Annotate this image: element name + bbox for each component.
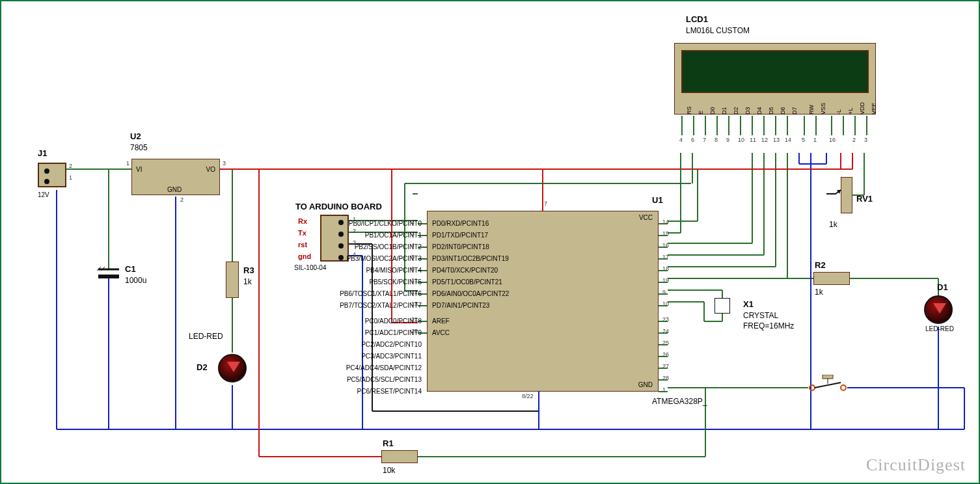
u1-left-pin-label: PD6/AIN0/OC0A/PCINT22 [432, 290, 509, 297]
led-d1 [924, 295, 953, 324]
u2-vi-label: VI [136, 166, 142, 173]
u1-left-pin-label: AREF [432, 317, 450, 325]
lcd-pin-label: D6 [780, 107, 786, 114]
lcd-pin-num: 4 [679, 137, 683, 143]
u1-left-pin-label: PD3/INT1/OC2B/PCINT19 [432, 255, 509, 262]
r2-val: 1k [815, 288, 823, 297]
resistor-r1 [381, 450, 418, 463]
lcd-pin-num: 5 [802, 137, 805, 143]
j1-pin2-num: 2 [69, 163, 72, 169]
u1-left-pin-label: PD2/INT0/PCINT18 [432, 243, 489, 250]
u1-right-pin-label: PC3/ADC3/PCINT11 [200, 353, 422, 360]
lcd-pin-label: VEE [871, 103, 877, 114]
u1-right-pin-label: PC5/ADC5/SCL/PCINT13 [200, 376, 422, 383]
u2-pin3-num: 3 [223, 160, 226, 167]
lcd-pin-label: D5 [768, 107, 774, 114]
j1-val: 12V [38, 191, 49, 198]
svg-point-102 [810, 385, 815, 390]
lcd-pin-num: 8 [715, 137, 718, 143]
u1-right-pin-label: PB0/ICP1/CLKO/PCINT0 [200, 220, 422, 227]
lcd-pin-label: E [698, 111, 704, 114]
u1-left-pin-label: PD5/T1/OC0B/PCINT21 [432, 278, 502, 286]
connector-j1 [38, 163, 66, 187]
crystal-x1 [715, 298, 730, 314]
j1-pin1-num: 1 [69, 174, 72, 181]
u1-vcc: VCC [639, 214, 653, 221]
u2-pin1-num: 1 [126, 160, 129, 167]
u1-right-pin-label: PC6/RESET/PCINT14 [200, 388, 422, 395]
u1-gnd: GND [638, 381, 653, 388]
lcd-pin-label: D4 [756, 107, 763, 114]
u1-right-pin-label: PB3/MOSI/OC2A/PCINT3 [200, 255, 422, 262]
lcd-pin-label: D3 [744, 107, 751, 114]
u1-left-pin-label: AVCC [432, 329, 450, 336]
u1-left-pin-label: PD7/AIN1/PCINT23 [432, 302, 489, 309]
lcd-module [674, 43, 876, 114]
u1-left-pin-label: PD0/RXD/PCINT16 [432, 220, 489, 227]
lcd-pin-label: RS [686, 106, 692, 114]
x1-ref: X1 [743, 299, 754, 309]
lcd-pin-label: VSS [820, 103, 826, 114]
c1-val: 1000u [125, 276, 146, 285]
u1-822: 8/22 [522, 393, 534, 399]
lcd-pin-num: 16 [829, 137, 836, 143]
u1-right-pin-label: PB5/SCK/PCINT5 [200, 278, 422, 286]
x1-freq: FREQ=16MHz [743, 321, 794, 330]
lcd-pin-label: D1 [721, 107, 728, 114]
lcd-pin-num: 2 [852, 137, 856, 143]
schematic-canvas: 2 1 J1 12V VI VO GND 1 3 2 U2 7805 C1 10… [0, 0, 980, 484]
u1-right-pin-label: PB7/TOSC2/XTAL2/PCINT7 [200, 302, 422, 309]
c1-ref: C1 [125, 264, 136, 274]
lcd-val: LM016L CUSTOM [686, 26, 750, 35]
u1-right-pin-label: PB2/SS/OC1B/PCINT2 [200, 243, 422, 250]
lcd-pin-num: 9 [726, 137, 729, 143]
u1-val: ATMEGA328P_ [652, 397, 707, 406]
rv1-ref: RV1 [856, 194, 873, 204]
lcd-pin-label: D0 [709, 107, 716, 114]
resistor-r2 [813, 272, 850, 285]
regulator-u2: VI VO GND [131, 159, 220, 195]
lcd-pin-label: +L [847, 108, 854, 114]
lcd-pin-num: 13 [773, 137, 780, 143]
lcd-pin-num: 11 [750, 137, 756, 143]
lcd-screen [681, 50, 869, 93]
arduino-header-title: TO ARDUINO BOARD [295, 202, 382, 211]
reset-button[interactable] [808, 375, 847, 394]
capacitor-c1 [96, 262, 122, 288]
pot-wiper [826, 187, 843, 200]
r1-ref: R1 [383, 438, 394, 448]
u1-right-pin-label: PB1/OC1A/PCINT1 [200, 232, 422, 239]
u1-right-pin-label: PC4/ADC4/SDA/PCINT12 [200, 364, 422, 371]
lcd-pin-num: 1 [813, 137, 817, 143]
r1-val: 10k [383, 466, 395, 475]
u2-ref: U2 [130, 131, 141, 141]
x1-val: CRYSTAL [743, 311, 778, 320]
watermark: CircuitDigest [866, 455, 966, 475]
lcd-ref: LCD1 [686, 14, 708, 24]
lcd-pin-num: 7 [703, 137, 706, 143]
u1-right-pin-label: PB6/TOSC1/XTAL1/PCINT6 [200, 290, 422, 297]
u1-right-pin-label: PB4/MISO/PCINT4 [200, 267, 422, 274]
lcd-pin-label: VDD [859, 102, 865, 114]
rv1-val: 1k [829, 220, 837, 229]
u1-right-pin-label: PC2/ADC2/PCINT10 [200, 341, 422, 348]
u1-right-pin-label: PC1/ADC1/PCINT9 [200, 329, 422, 336]
lcd-pin-num: 14 [785, 137, 791, 143]
u2-val: 7805 [130, 143, 148, 152]
lcd-pin-num: 3 [864, 137, 867, 143]
u2-vo-label: VO [206, 166, 215, 173]
lcd-pin-num: 6 [691, 137, 694, 143]
u1-ref: U1 [652, 195, 663, 205]
u1-left-pin-label: PD4/T0/XCK/PCINT20 [432, 267, 498, 274]
lcd-pin-label: RW [808, 105, 815, 114]
j1-ref: J1 [38, 148, 47, 158]
u1-7: 7 [544, 200, 547, 207]
lcd-pin-num: 10 [738, 137, 744, 143]
svg-rect-105 [823, 375, 833, 379]
svg-rect-73 [98, 275, 119, 278]
d1-ref: D1 [937, 282, 948, 292]
u2-gnd-label: GND [167, 186, 182, 193]
u1-left-pin-label: PD1/TXD/PCINT17 [432, 232, 488, 239]
lcd-pin-label: D2 [733, 107, 739, 114]
r2-ref: R2 [815, 260, 826, 270]
